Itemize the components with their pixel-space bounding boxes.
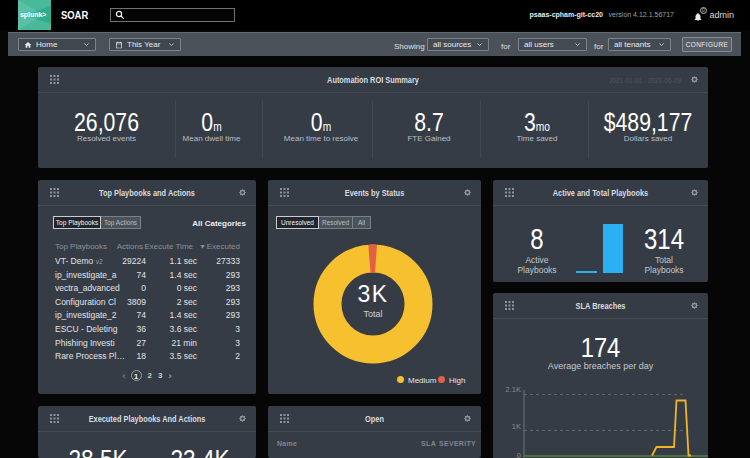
svg-text:2.1K: 2.1K — [506, 385, 521, 394]
svg-text:0: 0 — [517, 451, 521, 458]
svg-text:1K: 1K — [512, 422, 521, 431]
